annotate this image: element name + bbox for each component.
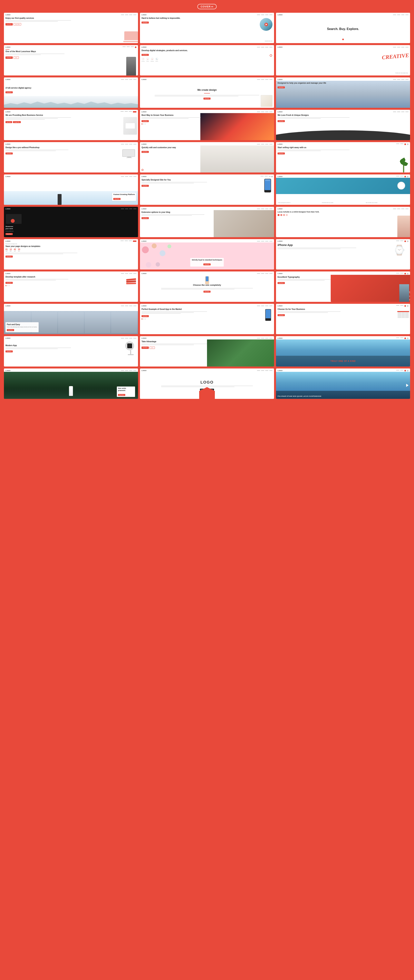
card-6-logo: LOGO bbox=[277, 46, 283, 48]
card-14-btn[interactable]: Read More bbox=[142, 151, 149, 153]
card-25-nav: LOGO bbox=[4, 272, 138, 275]
card-17: LOGO 1 ● ◉ Specially Designed Site for Y… bbox=[140, 175, 274, 205]
card-9-title: Designed to help you organize and manage… bbox=[277, 82, 350, 84]
card-5-nav: LOGO bbox=[140, 45, 274, 48]
card-13-nav: LOGO bbox=[4, 142, 138, 145]
card-19-btn[interactable]: Read More bbox=[5, 233, 13, 235]
card-30-logo: LOGO bbox=[277, 305, 283, 307]
card-20-nav: LOGO bbox=[140, 207, 274, 210]
card-25-btn[interactable]: Read More bbox=[5, 282, 13, 284]
card-11-btn[interactable]: Read More bbox=[142, 120, 149, 122]
card-9-logo: LOGO bbox=[277, 79, 283, 80]
card-11: LOGO Best Way to Grown Your Business Rea… bbox=[140, 110, 274, 140]
card-34-btn[interactable]: Read More bbox=[118, 394, 125, 396]
card-16-logo: LOGO bbox=[5, 176, 11, 177]
card-31-btn[interactable]: Read More bbox=[5, 350, 13, 352]
card-29-btn[interactable]: Read More bbox=[142, 315, 149, 317]
card-4-title: One of the Most Luxurious Ways bbox=[5, 50, 64, 53]
cover-number: 46 bbox=[211, 6, 213, 8]
card-15-logo: LOGO bbox=[277, 143, 283, 145]
card-13-btn[interactable]: Read More bbox=[5, 153, 13, 154]
card-1-title: Enjoy our first quality services bbox=[5, 17, 71, 19]
card-24: LOGO iPhone App ⌚ bbox=[276, 239, 410, 269]
card-1-nav: LOGO bbox=[4, 13, 138, 16]
card-28-logo: LOGO bbox=[5, 305, 11, 307]
card-29-logo: LOGO bbox=[142, 305, 146, 307]
card-34-nav: LOGO bbox=[4, 369, 138, 372]
card-12-nav: LOGO bbox=[276, 110, 410, 113]
card-14-title: Quickly edit and customise your way bbox=[142, 146, 201, 149]
card-1-logo: LOGO bbox=[5, 14, 11, 16]
card-27: LOGO Excellent Typography Read More G bbox=[276, 272, 410, 302]
card-4: LOGO One of the Most Luxurious Ways Read… bbox=[4, 45, 138, 75]
card-5-title: Develop digital strategies, products and… bbox=[142, 49, 213, 52]
card-9-btn[interactable]: Read More bbox=[277, 86, 285, 88]
card-23-nav: LOGO bbox=[140, 239, 274, 242]
card-31: LOGO Modern App Read More bbox=[4, 336, 138, 366]
card-12: LOGO We Love Fresh & Unique Designs Read… bbox=[276, 110, 410, 140]
card-2-btn[interactable]: Read More bbox=[142, 22, 149, 24]
card-1: LOGO Enjoy our first quality services Re… bbox=[4, 13, 138, 43]
card-12-logo: LOGO bbox=[277, 111, 283, 113]
card-23-btn[interactable]: Read More bbox=[204, 263, 211, 266]
card-15-btn[interactable]: Read More bbox=[277, 153, 285, 154]
card-22-btn[interactable]: Read More bbox=[5, 256, 13, 258]
card-12-btn[interactable]: Read More bbox=[277, 120, 285, 122]
card-26-logo: LOGO bbox=[142, 273, 146, 274]
card-7-btn[interactable]: Read More bbox=[5, 91, 13, 93]
card-17-btn[interactable]: Read More bbox=[142, 185, 149, 187]
card-15-title: Start selling right away with us bbox=[277, 146, 350, 149]
card-22: LOGO Net plasetur ad largis soze Save yo… bbox=[4, 239, 138, 269]
card-1-btn[interactable]: Read More bbox=[5, 23, 13, 25]
card-36: LOGO PULVINAR ETIAM NON QUAM LACUS SUSPE… bbox=[276, 369, 410, 399]
card-12-title: We Love Fresh & Unique Designs bbox=[277, 114, 350, 116]
card-8-nav: LOGO bbox=[140, 78, 274, 81]
card-4-logo: LOGO bbox=[5, 46, 11, 48]
card-21-logo: LOGO bbox=[277, 208, 283, 210]
card-30-nav: LOGO bbox=[276, 304, 410, 307]
card-32-btn[interactable]: Read More bbox=[142, 347, 149, 349]
card-35-logo: LOGO bbox=[142, 370, 146, 371]
card-6-title: CREATIVE bbox=[382, 52, 409, 61]
card-34-logo: LOGO bbox=[5, 370, 11, 371]
card-7: LOGO A full-service digital agency Read … bbox=[4, 78, 138, 108]
card-10-btn[interactable]: App Store bbox=[5, 121, 12, 123]
card-14-nav: LOGO bbox=[140, 142, 274, 145]
card-4-btn2[interactable]: Learn bbox=[14, 56, 19, 59]
card-24-logo: LOGO bbox=[277, 240, 283, 242]
card-10-btn2[interactable]: Google Play bbox=[13, 121, 21, 123]
card-27-btn[interactable]: Read More bbox=[277, 282, 285, 284]
card-27-title: Excellent Typography bbox=[277, 275, 337, 278]
card-29-title: Perfect Example of Good App in the Marke… bbox=[142, 308, 207, 310]
card-8-btn[interactable]: Read More bbox=[204, 98, 211, 100]
card-10-title: We are Providing Best Business Service bbox=[5, 114, 71, 116]
card-3-title: Search. Buy. Explore. bbox=[327, 27, 359, 31]
card-30-title: Choose Us for Your Business bbox=[277, 308, 341, 310]
card-34-title: Non enim praesent bbox=[118, 387, 127, 392]
card-5-btn[interactable]: Read More bbox=[142, 54, 149, 56]
card-22-nav: LOGO bbox=[4, 239, 138, 242]
card-23-title: Strictly loyal to standard techniques bbox=[192, 259, 222, 261]
card-21-nav: LOGO bbox=[276, 207, 410, 210]
card-3: LOGO Search. Buy. Explore. bbox=[276, 13, 410, 43]
card-7-nav: LOGO bbox=[4, 78, 138, 81]
card-31-nav: LOGO bbox=[4, 336, 138, 339]
card-20-btn[interactable]: Read More bbox=[142, 217, 149, 219]
card-23-logo: LOGO bbox=[142, 240, 146, 242]
card-2-logo: LOGO bbox=[142, 14, 146, 16]
card-11-logo: LOGO bbox=[142, 111, 146, 113]
card-33: LOGO TRULY ONE OF A KIND bbox=[276, 336, 410, 366]
card-14-logo: LOGO bbox=[142, 143, 146, 145]
card-15-nav: LOGO bbox=[276, 142, 410, 145]
page-header: COVER 46 bbox=[4, 4, 410, 9]
card-32-btn2[interactable]: Learn bbox=[150, 347, 155, 349]
cover-label: COVER bbox=[201, 5, 210, 8]
card-19: LOGO Showcase your work Great portfolio … bbox=[4, 207, 138, 237]
card-4-btn[interactable]: Read More bbox=[5, 56, 13, 59]
card-16-btn[interactable]: Read More bbox=[113, 198, 121, 200]
card-17-title: Specially Designed Site for You bbox=[142, 178, 207, 181]
card-28-btn[interactable]: Read More bbox=[7, 329, 14, 331]
card-30-btn[interactable]: Read More bbox=[277, 314, 285, 316]
card-30: LOGO Choose Us for Your Business Read Mo… bbox=[276, 304, 410, 334]
card-1-btn2[interactable]: Learn More bbox=[14, 23, 21, 25]
